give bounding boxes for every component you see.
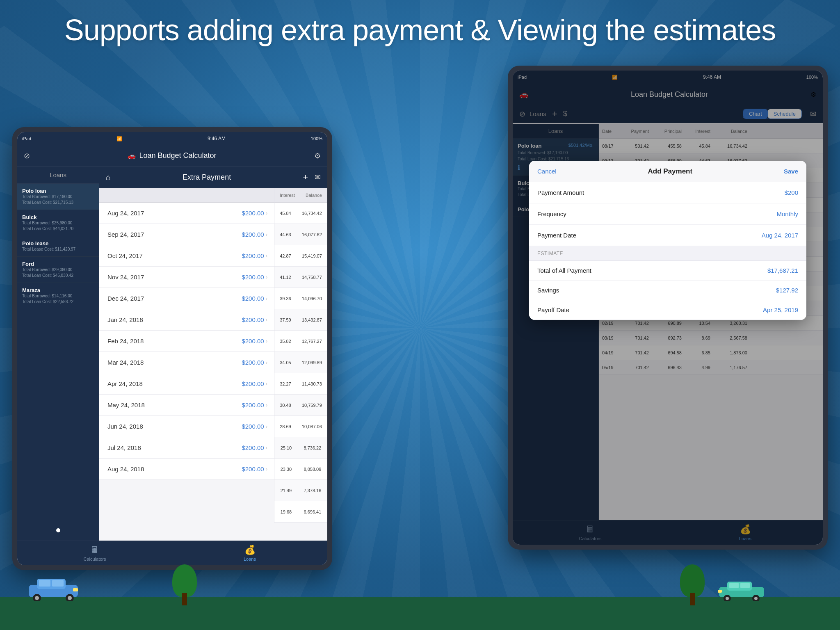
left-tab-loans[interactable]: 💰 Loans	[172, 541, 327, 565]
left-loan-detail-ford: Total Borrowed: $29,080.00 Total Loan Co…	[22, 267, 94, 278]
payment-row-7[interactable]: Mar 24, 2018 $200.00 ›	[99, 352, 274, 373]
left-right-row: 37.5913,432.87	[274, 309, 327, 331]
left-right-row: 45.8416,734.42	[274, 203, 327, 224]
left-loan-detail-polo: Total Borrowed: $17,190.00 Total Loan Co…	[22, 194, 94, 205]
modal-payment-amount-row: Payment Amount $200	[529, 182, 806, 203]
left-circle-icon: ⊘	[24, 151, 30, 160]
payment-row-5[interactable]: Jan 24, 2018 $200.00 ›	[99, 309, 274, 331]
payment-row-6[interactable]: Feb 24, 2018 $200.00 ›	[99, 331, 274, 352]
payment-row-3[interactable]: Nov 24, 2017 $200.00 ›	[99, 267, 274, 288]
left-loan-item-maraza[interactable]: Maraza Total Borrowed: $14,116.00 Total …	[17, 283, 99, 309]
left-ipad: iPad 📶 9:46 AM 100% ⊘ 🚗 Loan Budget Calc…	[12, 127, 332, 570]
home-icon[interactable]: ⌂	[106, 173, 111, 182]
cancel-button[interactable]: Cancel	[537, 168, 557, 175]
left-device-label: iPad	[22, 136, 31, 141]
left-wifi-icon: 📶	[116, 136, 122, 142]
right-ipad: iPad 📶 9:46 AM 100% 🚗 Loan Budget Calcul…	[508, 66, 828, 550]
left-loans-label: Loans	[50, 171, 66, 178]
left-loan-name-ford: Ford	[22, 261, 94, 267]
left-nav-bar: ⊘ 🚗 Loan Budget Calculator ⚙	[17, 145, 327, 167]
left-right-row: 23.308,058.09	[274, 459, 327, 480]
left-loan-name-polo-lease: Polo lease	[22, 240, 94, 247]
left-right-row: 19.686,696.41	[274, 501, 327, 523]
left-loan-item-polo-lease[interactable]: Polo lease Total Lease Cost: $11,420.97	[17, 236, 99, 257]
payment-row-9[interactable]: May 24, 2018 $200.00 ›	[99, 395, 274, 416]
interest-balance-column: Interest Balance 45.8416,734.4244.6316,0…	[274, 188, 327, 523]
payment-row-2[interactable]: Oct 24, 2017 $200.00 ›	[99, 245, 274, 267]
estimate-section-header: Estimate	[529, 246, 806, 261]
payment-amount-label: Payment Amount	[537, 189, 584, 196]
left-nav-left: ⊘	[24, 151, 30, 160]
left-mail-icon[interactable]: ✉	[315, 173, 321, 182]
left-ipad-screen: iPad 📶 9:46 AM 100% ⊘ 🚗 Loan Budget Calc…	[17, 132, 327, 565]
payment-row-10[interactable]: Jun 24, 2018 $200.00 ›	[99, 416, 274, 437]
right-ipad-screen: iPad 📶 9:46 AM 100% 🚗 Loan Budget Calcul…	[513, 71, 823, 545]
payoff-date-value: Apr 25, 2019	[763, 306, 798, 313]
frequency-label: Frequency	[537, 210, 566, 217]
left-battery: 100%	[311, 136, 322, 141]
modal-total-row: Total of All Payment $17,687.21	[529, 261, 806, 281]
page-indicator	[17, 528, 99, 532]
left-time: 9:46 AM	[208, 136, 226, 142]
left-right-row: 32.2711,430.73	[274, 373, 327, 395]
total-payment-label: Total of All Payment	[537, 267, 591, 274]
payment-dates-column: Aug 24, 2017 $200.00 › Sep 24, 2017 $200…	[99, 188, 274, 523]
total-payment-value: $17,687.21	[767, 267, 798, 274]
left-loan-item-ford[interactable]: Ford Total Borrowed: $29,080.00 Total Lo…	[17, 257, 99, 283]
left-right-row: 21.497,378.16	[274, 480, 327, 501]
payment-row-11[interactable]: Jul 24, 2018 $200.00 ›	[99, 437, 274, 459]
extra-payment-title: Extra Payment	[183, 173, 231, 182]
left-tab-loans-label: Loans	[244, 557, 256, 562]
left-nav-title: Loan Budget Calculator	[139, 151, 216, 160]
modal-header: Cancel Add Payment Save	[529, 161, 806, 182]
payment-date-value: Aug 24, 2017	[762, 232, 798, 239]
left-right-row: 25.108,736.22	[274, 437, 327, 459]
left-loan-detail-maraza: Total Borrowed: $14,116.00 Total Loan Co…	[22, 293, 94, 305]
left-tab-calculators[interactable]: 🖩 Calculators	[17, 541, 172, 565]
modal-title: Add Payment	[648, 167, 693, 176]
modal-payoff-row: Payoff Date Apr 25, 2019	[529, 300, 806, 320]
save-button[interactable]: Save	[784, 168, 798, 175]
left-right-row: 34.0512,099.89	[274, 352, 327, 373]
left-right-row: 35.8212,767.27	[274, 331, 327, 352]
modal-payment-date-row[interactable]: Payment Date Aug 24, 2017	[529, 225, 806, 246]
payment-row-0[interactable]: Aug 24, 2017 $200.00 ›	[99, 203, 274, 224]
left-right-rows: 45.8416,734.4244.6316,077.6242.8715,419.…	[274, 203, 327, 523]
payment-table: Aug 24, 2017 $200.00 › Sep 24, 2017 $200…	[99, 188, 327, 523]
payment-amount-value[interactable]: $200	[785, 189, 798, 196]
payoff-label: Payoff Date	[537, 306, 569, 313]
payment-row-1[interactable]: Sep 24, 2017 $200.00 ›	[99, 224, 274, 245]
left-loan-name-polo: Polo loan	[22, 188, 94, 194]
left-status-bar: iPad 📶 9:46 AM 100%	[17, 132, 327, 145]
modal-overlay: Cancel Add Payment Save Payment Amount $…	[513, 71, 823, 545]
payment-date-label: Payment Date	[537, 232, 576, 239]
payment-table-header	[99, 188, 274, 203]
page-title: Supports adding extra payment & Viewing …	[0, 13, 840, 47]
extra-payment-header: ⌂ Extra Payment + ✉	[99, 167, 327, 188]
left-tab-calculators-label: Calculators	[83, 557, 106, 562]
payment-row-8[interactable]: Apr 24, 2018 $200.00 ›	[99, 373, 274, 395]
col-header-right: Interest Balance	[274, 188, 327, 203]
left-loan-item-buick[interactable]: Buick Total Borrowed: $25,980.00 Total L…	[17, 210, 99, 236]
loans-icon: 💰	[244, 545, 256, 555]
left-right-row: 42.8715,419.07	[274, 245, 327, 267]
left-loan-detail-polo-lease: Total Lease Cost: $11,420.97	[22, 247, 94, 252]
add-payment-modal: Cancel Add Payment Save Payment Amount $…	[529, 161, 806, 320]
modal-savings-row: Savings $127.92	[529, 281, 806, 300]
left-right-row: 41.1214,758.77	[274, 267, 327, 288]
left-nav-right: ⚙	[314, 151, 321, 160]
left-right-row: 30.4810,759.79	[274, 395, 327, 416]
left-gear-icon: ⚙	[314, 151, 321, 160]
left-loan-detail-buick: Total Borrowed: $25,980.00 Total Loan Co…	[22, 220, 94, 232]
left-car-icon: 🚗	[128, 152, 136, 160]
left-loan-item-polo[interactable]: Polo loan Total Borrowed: $17,190.00 Tot…	[17, 184, 99, 210]
payment-row-4[interactable]: Dec 24, 2017 $200.00 ›	[99, 288, 274, 309]
savings-value: $127.92	[776, 287, 798, 294]
add-payment-icon[interactable]: +	[303, 172, 308, 183]
modal-frequency-row[interactable]: Frequency Monthly	[529, 203, 806, 225]
left-right-row: 44.6316,077.62	[274, 224, 327, 245]
left-loan-name-maraza: Maraza	[22, 287, 94, 293]
frequency-value: Monthly	[776, 210, 798, 217]
payment-row-12[interactable]: Aug 24, 2018 $200.00 ›	[99, 459, 274, 480]
savings-label: Savings	[537, 287, 559, 294]
